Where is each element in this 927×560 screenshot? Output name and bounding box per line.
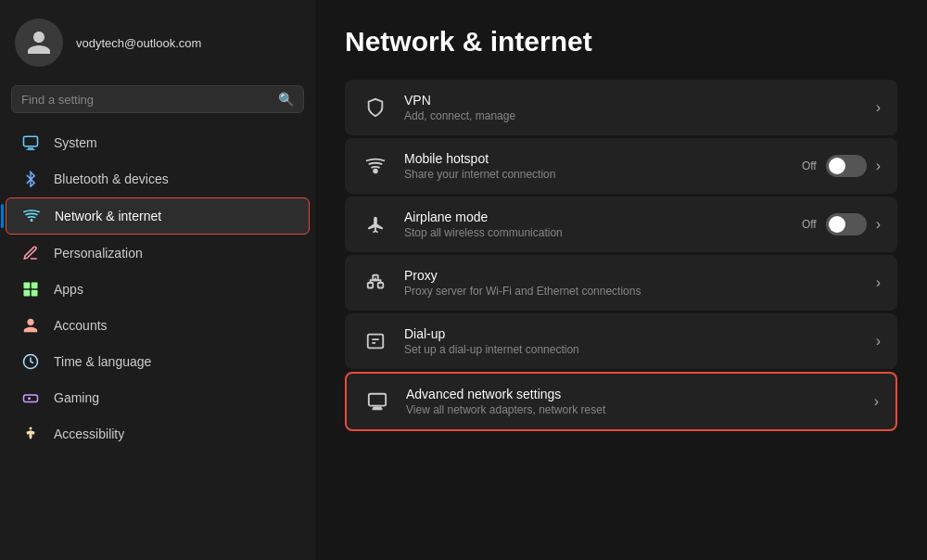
vpn-icon xyxy=(362,97,389,118)
item-right: Off› xyxy=(802,155,881,177)
sidebar: vodytech@outlook.com 🔍 SystemBluetooth &… xyxy=(0,0,315,560)
chevron-right-icon: › xyxy=(876,216,881,233)
sidebar-item-apps[interactable]: Apps xyxy=(6,272,310,307)
svg-rect-13 xyxy=(378,283,384,288)
settings-item-dialup[interactable]: Dial-upSet up a dial-up internet connect… xyxy=(345,313,897,369)
svg-rect-5 xyxy=(32,283,38,289)
sidebar-item-gaming[interactable]: Gaming xyxy=(6,380,310,415)
apps-icon xyxy=(20,281,41,298)
svg-point-11 xyxy=(374,170,377,173)
sidebar-item-system[interactable]: System xyxy=(6,125,310,160)
item-text: Advanced network settingsView all networ… xyxy=(406,387,859,416)
item-subtitle: Set up a dial-up internet connection xyxy=(404,343,861,356)
sidebar-item-time[interactable]: Time & language xyxy=(6,344,310,379)
chevron-right-icon: › xyxy=(876,333,881,350)
sidebar-item-personalization[interactable]: Personalization xyxy=(6,235,310,271)
toggle-off-label: Off xyxy=(802,159,817,172)
sidebar-item-bluetooth[interactable]: Bluetooth & devices xyxy=(6,161,310,197)
item-title: Proxy xyxy=(404,268,861,283)
main-content: Network & internet VPNAdd, connect, mana… xyxy=(315,0,927,560)
settings-item-vpn[interactable]: VPNAdd, connect, manage› xyxy=(345,80,897,135)
user-email: vodytech@outlook.com xyxy=(76,36,201,50)
item-title: Dial-up xyxy=(404,326,861,341)
svg-rect-4 xyxy=(24,283,31,289)
advanced-icon xyxy=(363,391,391,412)
chevron-right-icon: › xyxy=(876,274,881,291)
item-subtitle: View all network adapters, network reset xyxy=(406,403,859,416)
item-title: VPN xyxy=(404,93,861,108)
sidebar-item-label: System xyxy=(54,135,97,150)
svg-rect-0 xyxy=(24,136,38,146)
svg-rect-16 xyxy=(369,394,386,406)
sidebar-item-label: Personalization xyxy=(54,246,143,261)
settings-item-airplane[interactable]: Airplane modeStop all wireless communica… xyxy=(345,197,897,252)
personalization-icon xyxy=(20,245,41,261)
sidebar-item-accessibility[interactable]: Accessibility xyxy=(6,416,310,452)
settings-item-hotspot[interactable]: Mobile hotspotShare your internet connec… xyxy=(345,138,897,194)
item-text: Airplane modeStop all wireless communica… xyxy=(404,210,787,239)
sidebar-item-label: Accessibility xyxy=(54,426,124,441)
item-title: Mobile hotspot xyxy=(404,151,787,166)
item-right: › xyxy=(876,274,881,291)
svg-rect-2 xyxy=(27,149,35,150)
item-title: Advanced network settings xyxy=(406,387,859,401)
dialup-icon xyxy=(362,331,389,351)
airplane-icon xyxy=(362,214,389,235)
item-right: Off› xyxy=(802,213,881,235)
svg-point-3 xyxy=(31,219,33,222)
settings-list: VPNAdd, connect, manage›Mobile hotspotSh… xyxy=(345,80,897,431)
proxy-icon xyxy=(362,273,389,293)
svg-rect-6 xyxy=(24,290,31,297)
page-title: Network & internet xyxy=(345,26,897,57)
item-subtitle: Share your internet connection xyxy=(404,168,787,181)
item-text: Mobile hotspotShare your internet connec… xyxy=(404,151,787,181)
item-text: Dial-upSet up a dial-up internet connect… xyxy=(404,326,861,356)
search-box[interactable]: 🔍 xyxy=(11,85,304,113)
settings-item-advanced[interactable]: Advanced network settingsView all networ… xyxy=(345,372,897,431)
network-icon xyxy=(21,208,42,224)
sidebar-item-label: Accounts xyxy=(54,318,108,333)
item-right: › xyxy=(874,393,879,410)
item-text: ProxyProxy server for Wi-Fi and Ethernet… xyxy=(404,268,861,298)
svg-point-10 xyxy=(30,427,32,430)
time-icon xyxy=(20,353,41,370)
svg-rect-15 xyxy=(368,335,384,349)
svg-rect-7 xyxy=(32,290,38,297)
item-subtitle: Proxy server for Wi-Fi and Ethernet conn… xyxy=(404,285,861,298)
item-subtitle: Stop all wireless communication xyxy=(404,226,787,239)
accounts-icon xyxy=(20,317,41,334)
chevron-right-icon: › xyxy=(876,158,881,174)
airplane-toggle[interactable] xyxy=(826,213,867,235)
search-input[interactable] xyxy=(21,93,271,107)
hotspot-icon xyxy=(362,156,389,176)
settings-item-proxy[interactable]: ProxyProxy server for Wi-Fi and Ethernet… xyxy=(345,255,897,311)
gaming-icon xyxy=(20,389,41,406)
sidebar-item-label: Apps xyxy=(54,282,83,297)
sidebar-item-network[interactable]: Network & internet xyxy=(6,197,310,235)
sidebar-item-label: Time & language xyxy=(54,354,151,369)
item-title: Airplane mode xyxy=(404,210,787,224)
item-right: › xyxy=(876,333,881,350)
avatar xyxy=(15,19,63,67)
system-icon xyxy=(20,134,41,151)
sidebar-item-accounts[interactable]: Accounts xyxy=(6,308,310,343)
toggle-off-label: Off xyxy=(802,218,817,231)
svg-rect-1 xyxy=(28,147,33,149)
sidebar-item-label: Gaming xyxy=(54,390,99,405)
accessibility-icon xyxy=(20,426,41,442)
user-section: vodytech@outlook.com xyxy=(0,0,315,82)
chevron-right-icon: › xyxy=(874,393,879,410)
item-text: VPNAdd, connect, manage xyxy=(404,93,861,122)
item-right: › xyxy=(876,99,881,116)
svg-rect-12 xyxy=(368,283,374,288)
item-subtitle: Add, connect, manage xyxy=(404,109,861,122)
search-icon: 🔍 xyxy=(278,92,294,107)
sidebar-item-label: Bluetooth & devices xyxy=(54,172,169,186)
sidebar-nav: SystemBluetooth & devicesNetwork & inter… xyxy=(0,124,315,452)
bluetooth-icon xyxy=(20,171,41,187)
hotspot-toggle[interactable] xyxy=(826,155,867,177)
sidebar-item-label: Network & internet xyxy=(55,209,161,223)
active-indicator xyxy=(1,204,4,228)
chevron-right-icon: › xyxy=(876,99,881,116)
